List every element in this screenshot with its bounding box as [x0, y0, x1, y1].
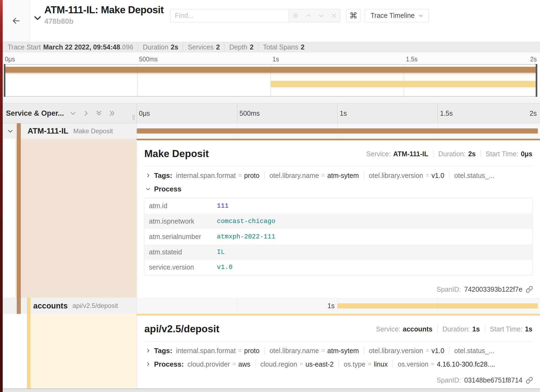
minimap-viewport[interactable] [4, 64, 537, 97]
span-duration-bar-atm[interactable] [137, 128, 538, 134]
duration-value: 2s [468, 150, 476, 158]
trace-start-label: Trace Start [8, 43, 41, 51]
service-operation-label[interactable]: Service & Oper... [6, 109, 64, 118]
span-detail-panel-accounts: api/v2.5/deposit Service: accounts Durat… [136, 314, 540, 388]
span-name-cell-accounts[interactable]: accounts api/v2.5/deposit [3, 298, 136, 314]
divider [264, 172, 265, 179]
timeline-tick: 1.5s [440, 104, 453, 123]
divider [449, 347, 449, 354]
tags-label: Tags: [154, 347, 172, 355]
timeline-column-header: 0μs 500ms 1s 1.5s 2s [136, 104, 540, 123]
service-value: ATM-111-IL [393, 150, 428, 158]
span-indent-guide-accounts [27, 298, 31, 388]
span-id-row: SpanID: 742003393b122f7e [436, 285, 533, 293]
column-resize-handle[interactable] [133, 115, 135, 120]
divider [481, 150, 481, 158]
span-detail-meta: Service: ATM-111-IL Duration: 2s Start T… [366, 150, 532, 158]
table-row: atm.serialnumber atmxph-2022-111 [145, 229, 532, 244]
span-rows: ATM-111-IL Make Deposit [3, 123, 540, 388]
timeline-gridline [237, 298, 237, 314]
trace-summary-bar: Trace Start March 22 2022, 09:54:48 .096… [3, 42, 540, 52]
jaeger-trace-page: ATM-111-IL: Make Deposit 478b80b [0, 0, 540, 392]
collapse-one-chevron-down-icon[interactable] [69, 110, 76, 117]
divider [144, 166, 532, 167]
minimap-span-tint [4, 73, 537, 74]
span-duration-label: 1s [328, 298, 335, 314]
span-detail-atm: Make Deposit Service: ATM-111-IL Duratio… [3, 139, 540, 298]
divider [138, 44, 138, 50]
trace-start-value: March 22 2022, 09:54:48 [43, 43, 120, 51]
locate-icon[interactable] [292, 12, 299, 19]
divider [364, 347, 364, 354]
link-icon[interactable] [526, 377, 533, 384]
minimap-right-drag-handle[interactable] [536, 64, 537, 97]
expand-all-double-chevron-right-icon[interactable] [108, 110, 115, 117]
trace-view: ATM-111-IL: Make Deposit 478b80b [3, 0, 540, 392]
trace-collapse-toggle[interactable] [33, 14, 42, 23]
minimap-left-drag-handle[interactable] [4, 64, 5, 97]
start-time-value: 0μs [521, 150, 532, 158]
tag-item: otel.library.name = atm-sytem [269, 347, 359, 355]
span-row-accounts[interactable]: accounts api/v2.5/deposit 1s [3, 298, 540, 314]
span-timeline-cell: 1s [136, 298, 540, 314]
tag-item: otel.library.name = atm-sytem [269, 172, 359, 180]
divider [258, 44, 258, 50]
header: ATM-111-IL: Make Deposit 478b80b [3, 0, 540, 42]
divider [339, 360, 339, 368]
span-service-name: ATM-111-IL [28, 127, 68, 135]
chevron-down-icon [33, 14, 42, 23]
total-spans-value: 2 [301, 43, 305, 51]
link-icon[interactable] [526, 286, 533, 293]
minimap-tick: 2s [530, 56, 537, 63]
tags-accordion[interactable]: Tags: internal.span.format = proto otel.… [144, 169, 532, 182]
process-kv-table: atm.id 111 atm.ispnetwork comcast-chicag… [144, 198, 532, 275]
minimap-tick: 0μs [5, 56, 15, 63]
minimap-tick: 500ms [139, 56, 158, 63]
total-spans-label: Total Spans [263, 43, 298, 51]
process-accordion[interactable]: Process: cloud.provider = aws cloud.regi… [144, 357, 532, 371]
collapse-all-double-chevron-down-icon[interactable] [95, 110, 102, 117]
tag-item: otel.library.version = v1.0 [369, 172, 444, 180]
trace-view-selector[interactable]: Trace Timeline [365, 9, 429, 22]
clear-search-icon[interactable] [331, 13, 337, 19]
window-edge-strip [0, 0, 3, 392]
collapse-children-chevron-down-icon[interactable] [7, 128, 14, 134]
span-duration-bar-accounts[interactable] [337, 303, 538, 308]
process-accordion[interactable]: Process [144, 182, 532, 196]
find-group [170, 9, 340, 22]
span-indent-guide-atm [17, 123, 21, 314]
start-time-label: Start Time: [490, 325, 522, 333]
prev-match-chevron-up-icon[interactable] [305, 12, 312, 19]
services-value: 2 [216, 43, 220, 51]
span-id-row: SpanID: 03148be6751f8714 [436, 376, 533, 384]
keyboard-shortcuts-button[interactable]: ⌘ [346, 9, 361, 22]
duration-label: Duration: [438, 150, 466, 158]
duration-value: 1s [472, 325, 480, 333]
find-input[interactable] [171, 9, 289, 22]
span-service-name: accounts [33, 301, 68, 310]
span-name-cell-atm[interactable]: ATM-111-IL Make Deposit [3, 123, 136, 139]
minimap-span-bar-accounts [271, 81, 537, 87]
span-detail-accounts: api/v2.5/deposit Service: accounts Durat… [3, 314, 540, 388]
divider [437, 325, 438, 333]
table-row: atm.id 111 [145, 198, 532, 214]
expand-one-chevron-right-icon[interactable] [82, 110, 89, 117]
back-button[interactable] [3, 0, 30, 42]
bottom-scroll-strip[interactable] [3, 388, 540, 392]
span-detail-indent [3, 314, 136, 388]
span-row-atm[interactable]: ATM-111-IL Make Deposit [3, 123, 540, 139]
divider [144, 341, 532, 342]
timeline-minimap: 0μs 500ms 1s 1.5s 2s [3, 52, 540, 97]
divider [183, 44, 183, 50]
span-detail-title: api/v2.5/deposit [144, 323, 219, 335]
span-detail-indent [3, 139, 136, 298]
tags-accordion[interactable]: Tags: internal.span.format = proto otel.… [144, 344, 532, 357]
service-operation-column-header: Service & Oper... [3, 104, 136, 123]
minimap-tick: 1.5s [406, 56, 418, 63]
minimap-span-bar-atm [4, 67, 537, 73]
duration-label: Duration [143, 43, 168, 51]
duration-label: Duration: [442, 325, 470, 333]
span-operation-name: api/v2.5/deposit [72, 302, 118, 310]
next-match-chevron-down-icon[interactable] [318, 12, 324, 19]
service-value: accounts [403, 325, 432, 333]
